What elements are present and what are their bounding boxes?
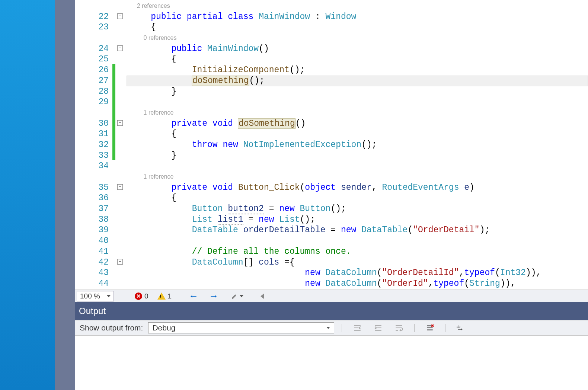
codelens-link[interactable]: 1 reference bbox=[144, 109, 174, 116]
code-text-area[interactable]: 2 references public partial class MainWi… bbox=[127, 0, 588, 290]
output-source-label: Show output from: bbox=[80, 323, 143, 332]
error-icon: ✕ bbox=[135, 292, 142, 300]
chevron-down-icon bbox=[240, 295, 243, 297]
word-wrap-button[interactable] bbox=[393, 322, 405, 333]
line-number-gutter: 22 23 24 25 26 27 28 29 30 31 32 33 34 3… bbox=[75, 0, 112, 290]
codelens-link[interactable]: 0 references bbox=[144, 35, 177, 41]
warning-count[interactable]: 1 bbox=[157, 292, 172, 300]
zoom-dropdown[interactable]: 100 % bbox=[77, 291, 114, 301]
nav-forward-button[interactable]: → bbox=[209, 290, 218, 302]
codelens-link[interactable]: 2 references bbox=[137, 3, 170, 9]
codelens-link[interactable]: 1 reference bbox=[144, 173, 174, 180]
error-count[interactable]: ✕ 0 bbox=[135, 292, 148, 300]
chevron-down-icon bbox=[107, 295, 111, 297]
code-fold-gutter: − − − − − bbox=[115, 0, 127, 290]
svg-text:ab: ab bbox=[457, 325, 460, 329]
indent-right-button[interactable] bbox=[372, 322, 384, 333]
output-panel-toolbar: Show output from: Debug ab bbox=[75, 320, 588, 336]
fold-toggle[interactable]: − bbox=[117, 184, 123, 190]
code-editor[interactable]: 22 23 24 25 26 27 28 29 30 31 32 33 34 3… bbox=[75, 0, 588, 290]
indent-left-button[interactable] bbox=[351, 322, 364, 333]
editor-status-bar: 100 % ✕ 0 1 ← → bbox=[75, 290, 588, 302]
ide-sidebar-strip bbox=[55, 0, 75, 390]
warning-icon bbox=[157, 292, 166, 300]
fold-toggle[interactable]: − bbox=[117, 13, 123, 19]
toggle-autoscroll-button[interactable]: ab bbox=[454, 322, 467, 333]
change-indicator-gutter bbox=[112, 0, 115, 290]
desktop-background bbox=[0, 0, 55, 390]
nav-back-button[interactable]: ← bbox=[189, 290, 198, 302]
output-source-dropdown[interactable]: Debug bbox=[148, 322, 334, 333]
scroll-left-icon[interactable] bbox=[261, 294, 264, 299]
output-panel-title[interactable]: Output bbox=[75, 302, 588, 320]
fold-toggle[interactable]: − bbox=[117, 259, 123, 265]
fold-toggle[interactable]: − bbox=[117, 45, 123, 51]
symbol-highlight: doSomething bbox=[192, 76, 250, 86]
highlight-dropdown[interactable] bbox=[231, 292, 243, 300]
clear-output-button[interactable] bbox=[424, 322, 436, 333]
chevron-down-icon bbox=[326, 327, 330, 329]
fold-toggle[interactable]: − bbox=[117, 120, 123, 126]
symbol-highlight: doSomething bbox=[238, 118, 296, 129]
